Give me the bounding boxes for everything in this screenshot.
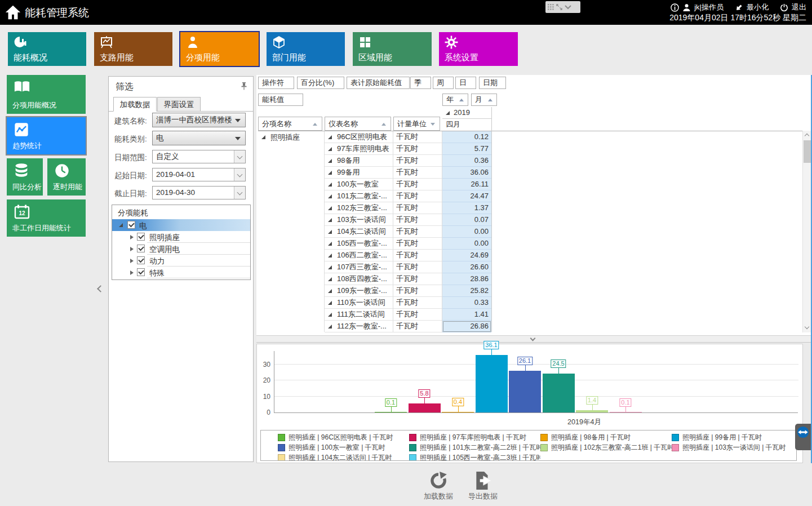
column-header-meter-name[interactable]: 仪表名称	[325, 117, 391, 131]
chip-percent[interactable]: 百分比(%)	[297, 77, 344, 89]
chip-operator[interactable]: 操作符	[258, 77, 294, 89]
sidebar-item-hourly-energy[interactable]: 逐时用能	[47, 158, 86, 196]
column-header-unit[interactable]: 计量单位	[393, 117, 440, 131]
bar[interactable]	[509, 371, 541, 412]
legend-item[interactable]: 照明插座 | 105西一教室-高二3班 | 千瓦时	[409, 452, 540, 461]
export-data-button[interactable]: 导出数据	[462, 471, 504, 500]
chip-day[interactable]: 日	[455, 77, 476, 89]
pivot-month-header[interactable]: 四月	[442, 119, 491, 131]
table-row[interactable]: 107西三教室-...千瓦时26.60	[325, 261, 491, 273]
row-expander-icon[interactable]	[328, 135, 332, 139]
value-cell[interactable]: 0.33	[442, 297, 491, 309]
legend-item[interactable]: 照明插座 | 101东二教室-高二2班 | 千瓦时	[409, 442, 540, 452]
combo-button[interactable]	[234, 168, 245, 181]
tree-node[interactable]: 动力	[112, 255, 250, 267]
legend-item[interactable]: 照明插座 | 100东一教室 | 千瓦时	[278, 442, 409, 452]
value-cell[interactable]: 0.36	[442, 155, 491, 167]
sidebar-item-subitem-overview[interactable]: 分项用能概况	[7, 75, 86, 114]
row-expander-icon[interactable]	[328, 277, 332, 281]
value-cell[interactable]: 1.41	[442, 309, 491, 321]
tree-node[interactable]: 照明插座	[112, 231, 250, 243]
building-select[interactable]: 淄博一中西校区博雅楼	[152, 113, 246, 127]
nav-tile-system-settings[interactable]: 系统设置	[439, 32, 518, 66]
bar[interactable]	[543, 374, 575, 412]
value-cell[interactable]: 0.12	[442, 131, 491, 143]
table-row[interactable]: 108西四教室-...千瓦时28.86	[325, 273, 491, 285]
sidebar-item-yoy-analysis[interactable]: 同比分析	[7, 158, 43, 196]
value-cell[interactable]: 28.86	[442, 273, 491, 285]
pin-icon[interactable]	[241, 82, 247, 90]
info-icon[interactable]	[671, 3, 679, 12]
tree-expander-icon[interactable]	[130, 235, 134, 239]
value-cell[interactable]: 0.07	[442, 214, 491, 226]
legend-item[interactable]: 照明插座 | 98备用 | 千瓦时	[540, 432, 672, 442]
value-cell[interactable]: 26.11	[442, 179, 491, 190]
checkbox[interactable]	[127, 221, 135, 229]
legend-item[interactable]: 照明插座 | 103东一谈话间 | 千瓦时	[672, 442, 797, 452]
combo-button[interactable]	[234, 187, 245, 199]
chip-week[interactable]: 周	[433, 77, 454, 89]
row-expander-icon[interactable]	[328, 147, 332, 151]
bar[interactable]	[442, 412, 474, 412]
table-row[interactable]: 106西二教室-...千瓦时24.69	[325, 250, 491, 261]
tab-load-data[interactable]: 加载数据	[113, 97, 157, 112]
legend-item[interactable]: 照明插座 | 97车库照明电表 | 千瓦时	[409, 432, 540, 442]
row-expander-icon[interactable]	[328, 218, 332, 222]
table-row[interactable]: 112东一教室-...千瓦时26.86	[325, 321, 491, 332]
value-cell[interactable]: 25.82	[442, 285, 491, 297]
category-cell[interactable]: 照明插座	[258, 131, 325, 332]
row-expander-icon[interactable]	[328, 242, 332, 246]
sidebar-item-trend-statistics[interactable]: 趋势统计	[7, 117, 86, 154]
table-row[interactable]: 110东一谈话间千瓦时0.33	[325, 297, 491, 309]
row-expander-icon[interactable]	[328, 194, 332, 198]
sidebar-collapse-button[interactable]	[95, 281, 105, 299]
value-cell[interactable]: 26.60	[442, 261, 491, 273]
table-row[interactable]: 102东三教室-...千瓦时1.37	[325, 202, 491, 214]
column-header-subitem-name[interactable]: 分项名称	[258, 117, 322, 131]
value-cell[interactable]: 5.77	[442, 143, 491, 155]
combo-button[interactable]	[234, 150, 245, 163]
row-expander-icon[interactable]	[328, 289, 332, 293]
power-icon[interactable]	[780, 3, 788, 12]
table-row[interactable]: 105西一教室-...千瓦时0.00	[325, 238, 491, 250]
nav-tile-department-energy[interactable]: 部门用能	[267, 32, 345, 66]
nav-tile-region-energy[interactable]: 区域用能	[353, 32, 432, 66]
table-row[interactable]: 104东二谈话间千瓦时0.00	[325, 226, 491, 238]
tree-expander-icon[interactable]	[130, 270, 134, 275]
value-cell[interactable]: 1.37	[442, 202, 491, 214]
load-data-button[interactable]: 加载数据	[418, 471, 459, 500]
tree-expander-icon[interactable]	[119, 223, 123, 227]
bar[interactable]	[576, 410, 608, 412]
row-expander-icon[interactable]	[328, 230, 332, 234]
tree-expander-icon[interactable]	[130, 259, 134, 263]
energy-type-select[interactable]: 电	[152, 131, 246, 145]
nav-tile-energy-overview[interactable]: 能耗概况	[8, 32, 86, 66]
table-row[interactable]: 99备用千瓦时36.06	[325, 167, 491, 179]
value-cell[interactable]: 24.69	[442, 250, 491, 261]
value-cell[interactable]: 0.00	[442, 238, 491, 250]
value-cell[interactable]: 0.00	[442, 226, 491, 238]
tree-expander-icon[interactable]	[261, 135, 265, 139]
tree-node-electricity[interactable]: 电	[112, 219, 250, 231]
value-cell[interactable]: 26.86	[442, 321, 491, 332]
table-row[interactable]: 100东一教室千瓦时26.11	[325, 179, 491, 190]
date-range-combo[interactable]: 自定义	[152, 150, 246, 163]
checkbox[interactable]	[137, 233, 145, 241]
table-row[interactable]: 111东二谈话间千瓦时1.41	[325, 309, 491, 321]
chip-energy-value[interactable]: 能耗值	[258, 94, 303, 106]
minimize-icon[interactable]	[735, 3, 743, 12]
tab-ui-settings[interactable]: 界面设置	[157, 97, 201, 112]
chip-raw-energy[interactable]: 表计原始能耗值	[347, 77, 410, 89]
tree-node[interactable]: 特殊	[112, 267, 250, 278]
chip-date[interactable]: 日期	[479, 77, 506, 89]
row-expander-icon[interactable]	[328, 265, 332, 269]
tree-node[interactable]: 空调用电	[112, 243, 250, 255]
row-expander-icon[interactable]	[328, 313, 332, 317]
row-expander-icon[interactable]	[328, 325, 332, 329]
legend-item[interactable]: 照明插座 | 96C区照明电表 | 千瓦时	[278, 432, 409, 442]
legend-item[interactable]: 照明插座 | 104东二谈话间 | 千瓦时	[278, 452, 409, 461]
checkbox[interactable]	[137, 256, 145, 264]
table-row[interactable]: 98备用千瓦时0.36	[325, 155, 491, 167]
start-date-combo[interactable]: 2019-04-01	[152, 168, 246, 181]
floating-toolbar[interactable]	[545, 1, 580, 13]
